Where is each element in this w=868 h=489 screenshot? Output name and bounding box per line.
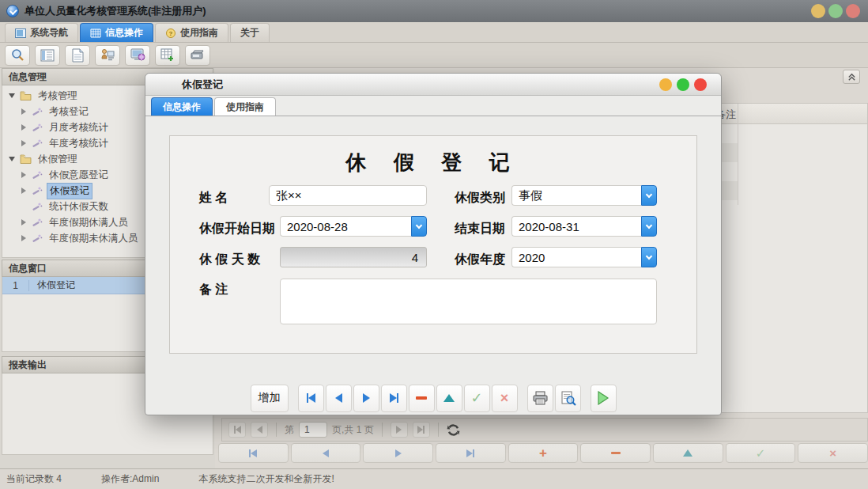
dialog-minimize-button[interactable]: [659, 78, 672, 91]
output-device-button[interactable]: [185, 45, 210, 66]
name-input[interactable]: 张××: [269, 185, 427, 206]
chevron-down-icon: [646, 191, 652, 197]
list-view-button[interactable]: [35, 45, 60, 66]
tab-guide[interactable]: ? 使用指南: [155, 23, 228, 42]
maximize-button[interactable]: [828, 4, 843, 18]
days-value: 4: [412, 251, 418, 264]
cancel-button[interactable]: ×: [492, 385, 518, 412]
user-report-button[interactable]: [95, 45, 120, 66]
collapsed-arrow-icon[interactable]: [21, 188, 26, 194]
year-label: 休假年度: [455, 252, 505, 268]
tree-item-not-full-leave-staff[interactable]: 年度假期未休满人员: [21, 230, 141, 246]
first-record-button[interactable]: [218, 443, 289, 463]
prev-page-button[interactable]: [251, 422, 268, 438]
dialog-close-button[interactable]: [694, 78, 707, 91]
start-date-combo[interactable]: 2020-08-28: [280, 216, 427, 237]
title-bar: 单位人员量化考核管理系统(非注册用户): [0, 0, 868, 22]
section-title: 报表输出: [9, 358, 47, 372]
page-number-input[interactable]: [299, 422, 327, 438]
leave-type-combo[interactable]: 事假: [511, 185, 657, 206]
window-controls: [811, 4, 860, 18]
next-record-button[interactable]: [353, 385, 379, 412]
tree-label: 考核登记: [47, 104, 91, 119]
cancel-button[interactable]: ×: [798, 443, 868, 463]
last-record-button[interactable]: [381, 385, 407, 412]
dialog-tab-info-ops[interactable]: 信息操作: [151, 97, 213, 116]
edit-record-button[interactable]: [653, 443, 723, 463]
collapsed-arrow-icon[interactable]: [21, 172, 26, 178]
remark-textarea[interactable]: [280, 279, 657, 324]
chevron-down-icon: [646, 222, 652, 228]
next-record-button[interactable]: [363, 443, 433, 463]
tree-item-leave-wish[interactable]: 休假意愿登记: [21, 167, 111, 183]
dialog-tab-guide[interactable]: 使用指南: [214, 97, 276, 116]
dialog-button-row: 增加 ✓ ×: [145, 382, 721, 414]
chevron-down-icon: [416, 222, 422, 228]
tree-item-leave-register[interactable]: 休假登记: [21, 183, 92, 199]
monitor-icon: [15, 28, 26, 38]
user-report-icon: [100, 48, 115, 63]
print-button[interactable]: [527, 385, 553, 412]
tab-about[interactable]: 关于: [230, 23, 270, 42]
tree-item-assess-register[interactable]: 考核登记: [21, 104, 91, 119]
system-note-text: 本系统支持二次开发和全新开发!: [198, 472, 334, 486]
tree-item-full-leave-staff[interactable]: 年度假期休满人员: [21, 214, 130, 230]
tab-info-ops[interactable]: 信息操作: [80, 23, 153, 42]
first-page-button[interactable]: [228, 422, 246, 438]
delete-record-button[interactable]: [580, 443, 651, 463]
document-button[interactable]: [65, 45, 90, 66]
tree-item-leave-days-stats[interactable]: 统计休假天数: [21, 199, 111, 214]
prev-record-button[interactable]: [326, 385, 352, 412]
chevron-down-icon: [646, 252, 652, 259]
expanded-arrow-icon[interactable]: [9, 157, 15, 161]
confirm-button[interactable]: ✓: [726, 443, 796, 463]
edit-record-button[interactable]: [436, 385, 462, 412]
expanded-arrow-icon[interactable]: [9, 93, 15, 98]
last-icon: [473, 449, 474, 457]
collapsed-arrow-icon[interactable]: [21, 124, 26, 131]
cross-icon: ×: [500, 390, 509, 407]
wand-icon: [31, 138, 43, 148]
close-button[interactable]: [846, 4, 860, 18]
last-record-button[interactable]: [436, 443, 506, 463]
tree-item-leave-mgmt[interactable]: 休假管理: [9, 151, 80, 167]
dropdown-button[interactable]: [641, 216, 657, 237]
dialog-maximize-button[interactable]: [677, 78, 689, 91]
delete-record-button[interactable]: [409, 385, 435, 412]
tree-label: 休假管理: [36, 152, 80, 167]
minimize-button[interactable]: [811, 4, 825, 18]
dialog-tab-bar: 信息操作 使用指南: [145, 96, 721, 116]
table-add-button[interactable]: [155, 45, 180, 66]
collapsed-arrow-icon[interactable]: [21, 219, 26, 226]
confirm-button[interactable]: ✓: [464, 385, 490, 412]
add-record-button[interactable]: +: [508, 443, 579, 463]
print-preview-button[interactable]: [555, 385, 581, 412]
wand-icon: [31, 218, 43, 227]
tree-item-monthly-stats[interactable]: 月度考核统计: [21, 119, 111, 135]
run-button[interactable]: [591, 385, 617, 412]
last-page-button[interactable]: [413, 422, 430, 438]
end-date-combo[interactable]: 2020-08-31: [511, 216, 657, 237]
list-view-icon: [40, 49, 55, 62]
leave-year-combo[interactable]: 2020: [511, 247, 657, 267]
refresh-icon[interactable]: [447, 423, 460, 437]
prev-record-button[interactable]: [291, 443, 361, 463]
tree-item-annual-stats[interactable]: 年度考核统计: [21, 135, 111, 151]
tab-system-nav[interactable]: 系统导航: [5, 23, 78, 42]
dropdown-button[interactable]: [641, 247, 657, 267]
monitor-globe-button[interactable]: [125, 45, 150, 66]
first-icon: [236, 426, 241, 434]
tree-item-assess-mgmt[interactable]: 考核管理: [9, 88, 80, 104]
collapse-panel-button[interactable]: [843, 70, 860, 84]
first-record-button[interactable]: [298, 385, 324, 412]
add-button[interactable]: 增加: [251, 385, 289, 412]
dropdown-button[interactable]: [411, 216, 427, 237]
plus-icon: +: [539, 449, 547, 457]
collapsed-arrow-icon[interactable]: [21, 108, 26, 115]
next-page-button[interactable]: [391, 422, 408, 438]
type-value: 事假: [511, 185, 641, 206]
collapsed-arrow-icon[interactable]: [21, 235, 26, 241]
search-button[interactable]: [5, 45, 30, 66]
collapsed-arrow-icon[interactable]: [21, 140, 26, 146]
dropdown-button[interactable]: [641, 185, 657, 206]
